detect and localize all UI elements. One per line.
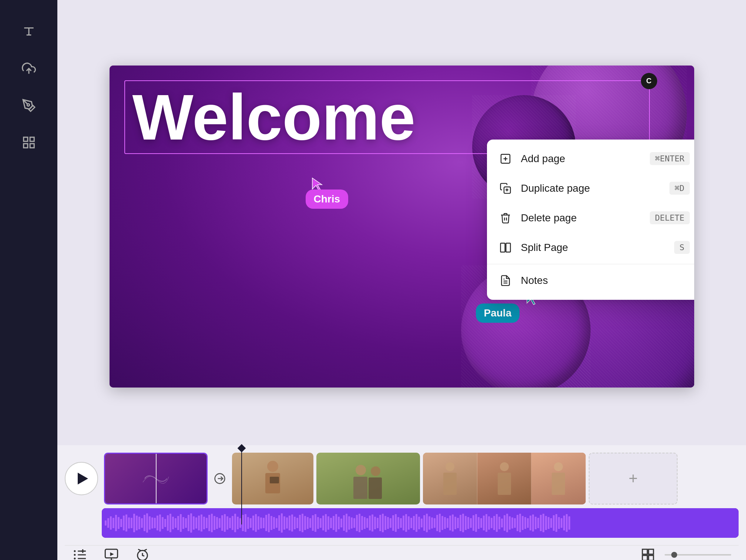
timeline-list-icon[interactable] xyxy=(72,547,88,560)
svg-rect-5 xyxy=(30,144,34,148)
toolbar-right xyxy=(639,546,731,560)
draw-tool-icon[interactable] xyxy=(20,96,38,115)
zoom-slider-handle[interactable] xyxy=(671,552,677,558)
chris-cursor: Chris xyxy=(306,177,349,209)
notes-label: Notes xyxy=(521,275,690,286)
paula-label: Paula xyxy=(476,304,520,323)
clips-container: + xyxy=(104,453,739,504)
clip-4-inner xyxy=(423,453,586,504)
context-menu: Add page ⌘ENTER Duplicate page ⌘D xyxy=(487,140,694,300)
chris-label: Chris xyxy=(306,190,349,209)
play-button[interactable] xyxy=(65,462,98,495)
delete-page-label: Delete page xyxy=(521,212,641,224)
welcome-text: Welcome xyxy=(132,81,416,153)
split-page-icon xyxy=(499,241,512,254)
bottom-toolbar xyxy=(65,545,739,560)
add-page-label: Add page xyxy=(521,153,641,165)
svg-rect-21 xyxy=(270,477,279,483)
clip-3-inner xyxy=(316,453,420,504)
svg-marker-42 xyxy=(110,552,114,556)
preview-icon[interactable] xyxy=(103,547,120,560)
svg-rect-3 xyxy=(30,137,34,141)
clip-1[interactable] xyxy=(104,453,208,504)
toolbar-left xyxy=(72,547,151,560)
waveform-inner: const heights = [20,35,50,40,60,45,30,55… xyxy=(102,508,739,538)
svg-rect-31 xyxy=(552,473,565,495)
split-page-label: Split Page xyxy=(521,242,666,254)
duplicate-page-label: Duplicate page xyxy=(521,182,661,194)
timeline-track-row: + xyxy=(65,445,739,508)
play-icon xyxy=(78,473,88,484)
c-user-avatar: C xyxy=(641,73,657,89)
notes-icon xyxy=(499,274,512,287)
duplicate-page-icon xyxy=(499,182,512,195)
timeline-area: + const heights = [20,35,50,40,60,45,30,… xyxy=(57,445,746,560)
svg-marker-6 xyxy=(312,178,322,191)
menu-item-duplicate-page[interactable]: Duplicate page ⌘D xyxy=(487,174,694,203)
svg-point-26 xyxy=(446,462,454,471)
duplicate-page-shortcut: ⌘D xyxy=(669,182,690,195)
svg-rect-29 xyxy=(498,473,511,495)
canvas-container: Welcome C Chris Paula xyxy=(57,0,746,445)
playhead-diamond xyxy=(238,444,246,453)
menu-item-add-page[interactable]: Add page ⌘ENTER xyxy=(487,144,694,174)
split-page-shortcut: S xyxy=(674,241,689,254)
svg-rect-15 xyxy=(506,243,510,252)
waveform-bars: const heights = [20,35,50,40,60,45,30,55… xyxy=(102,508,739,538)
playhead-marker[interactable] xyxy=(239,445,245,524)
clip-4[interactable] xyxy=(423,453,586,504)
svg-rect-2 xyxy=(23,137,27,141)
timer-icon[interactable] xyxy=(134,547,151,560)
svg-point-28 xyxy=(500,462,509,471)
add-clip-plus: + xyxy=(629,470,638,487)
svg-rect-47 xyxy=(649,556,653,560)
left-sidebar xyxy=(0,0,57,560)
clip-transition-1[interactable] xyxy=(211,473,229,484)
delete-page-icon xyxy=(499,211,512,225)
playhead-line xyxy=(241,450,242,524)
svg-point-24 xyxy=(371,466,380,476)
svg-point-30 xyxy=(554,462,563,471)
menu-item-delete-page[interactable]: Delete page DELETE xyxy=(487,203,694,233)
add-page-shortcut: ⌘ENTER xyxy=(650,152,689,165)
layout-icon[interactable] xyxy=(639,546,657,560)
add-page-icon xyxy=(499,152,512,165)
svg-rect-27 xyxy=(443,473,457,495)
svg-rect-14 xyxy=(500,243,505,252)
svg-point-1 xyxy=(27,104,29,106)
svg-point-22 xyxy=(356,465,366,475)
clip-3[interactable] xyxy=(316,453,420,504)
main-area: Welcome C Chris Paula xyxy=(57,0,746,560)
svg-rect-4 xyxy=(23,144,27,148)
upload-tool-icon[interactable] xyxy=(20,59,38,78)
add-clip-button[interactable]: + xyxy=(589,453,678,504)
text-tool-icon[interactable] xyxy=(20,22,38,41)
svg-rect-44 xyxy=(642,549,647,554)
canvas[interactable]: Welcome C Chris Paula xyxy=(110,66,694,388)
audio-waveform[interactable]: const heights = [20,35,50,40,60,45,30,55… xyxy=(102,508,739,538)
menu-item-split-page[interactable]: Split Page S xyxy=(487,233,694,262)
svg-point-19 xyxy=(267,461,278,472)
zoom-slider[interactable] xyxy=(665,554,731,556)
svg-rect-45 xyxy=(649,549,653,554)
delete-page-shortcut: DELETE xyxy=(650,211,689,224)
svg-rect-23 xyxy=(353,477,367,499)
svg-rect-46 xyxy=(642,556,647,560)
svg-rect-25 xyxy=(369,477,382,499)
grid-tool-icon[interactable] xyxy=(20,133,38,152)
menu-divider xyxy=(487,264,694,264)
menu-item-notes[interactable]: Notes xyxy=(487,266,694,295)
